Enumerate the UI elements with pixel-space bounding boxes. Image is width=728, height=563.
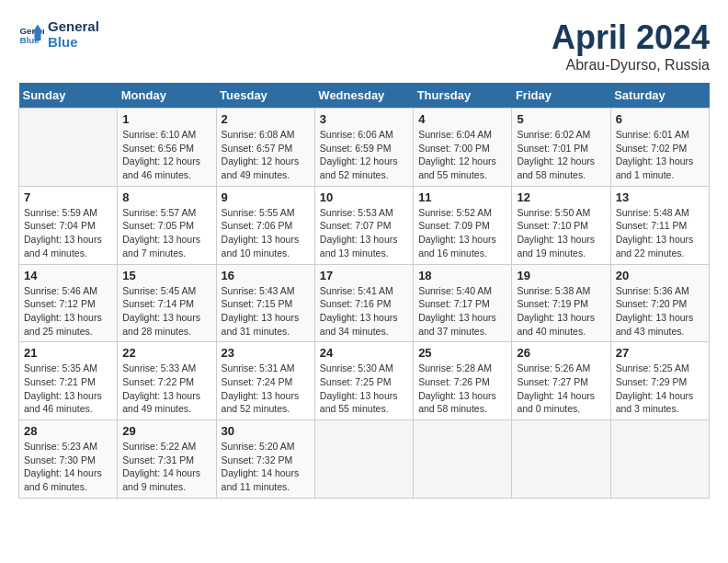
page-header: General Blue General Blue April 2024 Abr… (18, 18, 710, 74)
day-info: Sunrise: 5:48 AMSunset: 7:11 PMDaylight:… (616, 206, 704, 260)
calendar-week-row: 1Sunrise: 6:10 AMSunset: 6:56 PMDaylight… (19, 109, 710, 187)
calendar-day-cell: 14Sunrise: 5:46 AMSunset: 7:12 PMDayligh… (19, 264, 118, 342)
day-number: 16 (222, 269, 310, 282)
day-number: 14 (24, 269, 112, 282)
day-number: 3 (320, 112, 408, 126)
day-number: 26 (517, 346, 605, 360)
day-number: 22 (122, 346, 210, 360)
day-number: 8 (122, 190, 210, 204)
calendar-day-cell: 4Sunrise: 6:04 AMSunset: 7:00 PMDaylight… (414, 109, 512, 187)
calendar-day-cell: 17Sunrise: 5:41 AMSunset: 7:16 PMDayligh… (314, 264, 413, 342)
calendar-day-cell (19, 109, 118, 187)
calendar-week-row: 28Sunrise: 5:23 AMSunset: 7:30 PMDayligh… (19, 420, 710, 499)
day-info: Sunrise: 6:01 AMSunset: 7:02 PMDaylight:… (616, 128, 704, 182)
day-info: Sunrise: 5:50 AMSunset: 7:10 PMDaylight:… (517, 206, 605, 260)
day-info: Sunrise: 5:41 AMSunset: 7:16 PMDaylight:… (320, 284, 408, 339)
calendar-day-cell: 12Sunrise: 5:50 AMSunset: 7:10 PMDayligh… (512, 186, 610, 264)
day-info: Sunrise: 6:08 AMSunset: 6:57 PMDaylight:… (222, 128, 310, 182)
calendar-day-cell: 19Sunrise: 5:38 AMSunset: 7:19 PMDayligh… (512, 264, 610, 342)
day-number: 17 (320, 269, 408, 282)
calendar-day-cell: 8Sunrise: 5:57 AMSunset: 7:05 PMDaylight… (118, 186, 216, 264)
calendar-day-cell: 3Sunrise: 6:06 AMSunset: 6:59 PMDaylight… (314, 109, 413, 187)
day-number: 27 (616, 346, 704, 360)
page-subtitle: Abrau-Dyurso, Russia (552, 57, 710, 74)
day-info: Sunrise: 5:30 AMSunset: 7:25 PMDaylight:… (320, 362, 408, 416)
calendar-week-row: 7Sunrise: 5:59 AMSunset: 7:04 PMDaylight… (19, 186, 710, 264)
calendar-day-cell: 9Sunrise: 5:55 AMSunset: 7:06 PMDaylight… (216, 186, 314, 264)
day-number: 15 (122, 269, 210, 282)
calendar-day-cell: 15Sunrise: 5:45 AMSunset: 7:14 PMDayligh… (118, 264, 216, 342)
day-info: Sunrise: 5:46 AMSunset: 7:12 PMDaylight:… (24, 284, 112, 339)
calendar-day-cell: 29Sunrise: 5:22 AMSunset: 7:31 PMDayligh… (118, 420, 216, 499)
calendar-day-cell: 2Sunrise: 6:08 AMSunset: 6:57 PMDaylight… (216, 109, 314, 187)
calendar-day-cell (512, 420, 610, 499)
day-info: Sunrise: 6:02 AMSunset: 7:01 PMDaylight:… (517, 128, 605, 182)
day-info: Sunrise: 5:25 AMSunset: 7:29 PMDaylight:… (616, 362, 704, 416)
day-info: Sunrise: 5:55 AMSunset: 7:06 PMDaylight:… (222, 206, 310, 260)
calendar-day-cell: 27Sunrise: 5:25 AMSunset: 7:29 PMDayligh… (610, 342, 709, 420)
day-number: 7 (24, 190, 112, 204)
day-number: 13 (616, 190, 704, 204)
day-info: Sunrise: 5:45 AMSunset: 7:14 PMDaylight:… (122, 284, 210, 339)
day-of-week-header: Wednesday (314, 83, 413, 109)
logo: General Blue General Blue (18, 18, 99, 50)
day-number: 28 (24, 424, 112, 438)
calendar-day-cell: 24Sunrise: 5:30 AMSunset: 7:25 PMDayligh… (314, 342, 413, 420)
calendar-day-cell: 20Sunrise: 5:36 AMSunset: 7:20 PMDayligh… (610, 264, 709, 342)
day-info: Sunrise: 6:10 AMSunset: 6:56 PMDaylight:… (122, 128, 210, 182)
logo-icon: General Blue (18, 21, 44, 47)
page-title: April 2024 (552, 18, 710, 57)
logo-general: General (48, 18, 99, 34)
day-info: Sunrise: 5:43 AMSunset: 7:15 PMDaylight:… (222, 284, 310, 339)
calendar-day-cell: 23Sunrise: 5:31 AMSunset: 7:24 PMDayligh… (216, 342, 314, 420)
day-number: 21 (24, 346, 112, 360)
day-info: Sunrise: 5:36 AMSunset: 7:20 PMDaylight:… (616, 284, 704, 339)
calendar-day-cell: 1Sunrise: 6:10 AMSunset: 6:56 PMDaylight… (118, 109, 216, 187)
calendar-day-cell: 28Sunrise: 5:23 AMSunset: 7:30 PMDayligh… (19, 420, 118, 499)
calendar-day-cell: 10Sunrise: 5:53 AMSunset: 7:07 PMDayligh… (314, 186, 413, 264)
calendar-day-cell: 25Sunrise: 5:28 AMSunset: 7:26 PMDayligh… (414, 342, 512, 420)
calendar-day-cell: 11Sunrise: 5:52 AMSunset: 7:09 PMDayligh… (414, 186, 512, 264)
day-info: Sunrise: 5:23 AMSunset: 7:30 PMDaylight:… (24, 440, 112, 494)
day-of-week-header: Saturday (610, 83, 709, 109)
day-of-week-header: Thursday (414, 83, 512, 109)
calendar-header-row: SundayMondayTuesdayWednesdayThursdayFrid… (19, 83, 710, 109)
day-number: 30 (222, 424, 310, 438)
day-info: Sunrise: 5:52 AMSunset: 7:09 PMDaylight:… (418, 206, 506, 260)
day-of-week-header: Friday (512, 83, 610, 109)
calendar-day-cell: 21Sunrise: 5:35 AMSunset: 7:21 PMDayligh… (19, 342, 118, 420)
calendar-day-cell: 18Sunrise: 5:40 AMSunset: 7:17 PMDayligh… (414, 264, 512, 342)
day-number: 11 (418, 190, 506, 204)
calendar-table: SundayMondayTuesdayWednesdayThursdayFrid… (18, 83, 710, 499)
day-info: Sunrise: 5:53 AMSunset: 7:07 PMDaylight:… (320, 206, 408, 260)
calendar-day-cell (610, 420, 709, 499)
day-info: Sunrise: 5:22 AMSunset: 7:31 PMDaylight:… (122, 440, 210, 494)
calendar-day-cell (414, 420, 512, 499)
logo-blue: Blue (48, 34, 99, 50)
calendar-week-row: 14Sunrise: 5:46 AMSunset: 7:12 PMDayligh… (19, 264, 710, 342)
calendar-day-cell: 13Sunrise: 5:48 AMSunset: 7:11 PMDayligh… (610, 186, 709, 264)
day-number: 20 (616, 269, 704, 282)
title-block: April 2024 Abrau-Dyurso, Russia (552, 18, 710, 74)
calendar-day-cell: 5Sunrise: 6:02 AMSunset: 7:01 PMDaylight… (512, 109, 610, 187)
calendar-week-row: 21Sunrise: 5:35 AMSunset: 7:21 PMDayligh… (19, 342, 710, 420)
day-number: 29 (122, 424, 210, 438)
day-info: Sunrise: 5:31 AMSunset: 7:24 PMDaylight:… (222, 362, 310, 416)
day-number: 24 (320, 346, 408, 360)
day-info: Sunrise: 5:20 AMSunset: 7:32 PMDaylight:… (222, 440, 310, 494)
day-number: 9 (222, 190, 310, 204)
calendar-day-cell: 22Sunrise: 5:33 AMSunset: 7:22 PMDayligh… (118, 342, 216, 420)
day-number: 25 (418, 346, 506, 360)
day-info: Sunrise: 5:40 AMSunset: 7:17 PMDaylight:… (418, 284, 506, 339)
day-of-week-header: Tuesday (216, 83, 314, 109)
calendar-day-cell: 16Sunrise: 5:43 AMSunset: 7:15 PMDayligh… (216, 264, 314, 342)
day-number: 19 (517, 269, 605, 282)
calendar-day-cell: 30Sunrise: 5:20 AMSunset: 7:32 PMDayligh… (216, 420, 314, 499)
day-number: 10 (320, 190, 408, 204)
day-info: Sunrise: 6:04 AMSunset: 7:00 PMDaylight:… (418, 128, 506, 182)
day-info: Sunrise: 5:57 AMSunset: 7:05 PMDaylight:… (122, 206, 210, 260)
day-info: Sunrise: 5:33 AMSunset: 7:22 PMDaylight:… (122, 362, 210, 416)
day-number: 12 (517, 190, 605, 204)
day-number: 23 (222, 346, 310, 360)
calendar-day-cell: 7Sunrise: 5:59 AMSunset: 7:04 PMDaylight… (19, 186, 118, 264)
